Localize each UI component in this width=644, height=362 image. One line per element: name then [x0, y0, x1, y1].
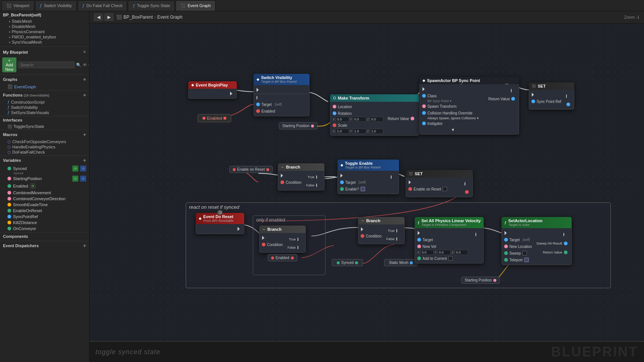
enable-reset-checkbox[interactable]	[443, 187, 447, 191]
teleport-checkbox[interactable]	[524, 258, 529, 262]
nav-back-button[interactable]: ◀	[94, 13, 103, 21]
node-header-set-middle: ⬛ SET	[406, 170, 473, 177]
node-set-actor-location[interactable]: ƒ SetActorLocation Target is Actor	[502, 217, 572, 265]
pin-switchvis-target: Target [self]	[254, 101, 309, 108]
expand-button[interactable]: ▼	[420, 127, 486, 133]
blueprint-watermark: BLUEPRINT	[551, 344, 638, 360]
node-event-do-reset[interactable]: ⬡ ◆ Event Do Reset From BPI Resetable	[196, 213, 244, 234]
node-starting-position2[interactable]: Starting Position	[461, 277, 500, 284]
node-switch-visibility[interactable]: ◆ Switch Visibility Target is BP Box Par…	[254, 74, 310, 116]
scale-y-field[interactable]	[353, 129, 366, 134]
node-header-branch-top: ↔ Branch	[278, 163, 324, 171]
rot-y-field[interactable]	[353, 117, 366, 122]
var-killzdistance[interactable]: KillZDistance	[0, 220, 89, 226]
sidebar-func-switchvis[interactable]: ƒSwitchVisibility	[0, 105, 89, 110]
tab-switch-visibility[interactable]: ƒ Switch Visibility	[35, 0, 77, 11]
exec-true-icon	[316, 175, 320, 179]
sidebar-item-fmod[interactable]: ▪FMOD_enabled_keybox	[6, 34, 89, 40]
node-toggle-enable[interactable]: ◆ Toggle Enable Target is BP Box Parent	[337, 160, 399, 194]
pin-spawn-transform: Spawn Transform	[420, 103, 486, 110]
section-variables[interactable]: Variables+	[0, 155, 89, 165]
node-enabled[interactable]: Enabled	[198, 114, 231, 122]
sidebar-item-staticmesh[interactable]: ▪StaticMesh	[6, 19, 89, 24]
sidebar-iface-togglesync[interactable]: ⬛ToggleSyncState	[0, 124, 89, 129]
scale-x-field[interactable]	[336, 129, 349, 134]
pin-return-value-spawn: Return Value	[486, 95, 518, 102]
pin-class: Class	[420, 92, 486, 99]
vel-x-field[interactable]	[420, 250, 434, 255]
node-enable-on-reset[interactable]: Enable on Reset	[229, 166, 273, 173]
tab-toggle-sync[interactable]: ƒ Toggle Sync State	[128, 0, 175, 11]
section-interfaces[interactable]: Interfaces	[0, 116, 89, 124]
node-body-beginplay	[188, 89, 237, 99]
sidebar-item-eventgraph[interactable]: ⬛EventGraph	[0, 84, 89, 89]
pin-teleport: Teleport	[502, 256, 534, 263]
node-enabled2[interactable]: Enabled	[268, 254, 297, 261]
pin-doreset-exec-out	[196, 226, 244, 232]
sidebar-item-disablemesh[interactable]: ▪DisableMesh	[6, 24, 89, 29]
rot-x-field[interactable]	[336, 117, 349, 122]
node-static-mesh[interactable]: Static Mesh	[384, 259, 418, 266]
section-components[interactable]: Components	[0, 232, 89, 240]
sidebar-item-syncvisualmesh[interactable]: ▪SyncVisualMesh	[6, 40, 89, 45]
eye-icon[interactable]: 👁	[83, 63, 87, 67]
add-new-button[interactable]: + Add New	[2, 57, 16, 72]
sidebar-func-setsync[interactable]: ƒSetSyncStateVisuals	[0, 110, 89, 115]
sidebar-func-construction[interactable]: ƒConstructionScript	[0, 100, 89, 105]
sidebar-macro-dofatal[interactable]: ⬡DoFatalFallCheck	[0, 149, 89, 155]
var-startingposition[interactable]: StartingPosition ⟳ ⟳	[0, 175, 89, 182]
exec-out-icon	[230, 92, 234, 95]
var-combinedconveyor[interactable]: CombinedConveyorDirection	[0, 196, 89, 202]
section-graphs[interactable]: Graphs+	[0, 75, 89, 84]
node-set-top[interactable]: ⬛ SET Sync Point Ref	[529, 82, 574, 110]
node-branch-bottom-left[interactable]: ↔ Branch Condition	[259, 226, 306, 253]
section-functions[interactable]: Functions (19 Overridable)+	[0, 90, 89, 100]
section-event-dispatchers[interactable]: Event Dispatchers+	[0, 241, 89, 250]
var-combinedmovement[interactable]: CombinedMovement	[0, 190, 89, 196]
close-my-blueprint[interactable]: ✕	[83, 50, 86, 54]
search-input[interactable]	[18, 62, 75, 68]
pin-new-vel: New Vel	[415, 243, 473, 250]
blueprint-canvas[interactable]: ◆ Event BeginPlay Enabled	[89, 23, 644, 341]
node-synced[interactable]: Synced	[332, 259, 363, 266]
node-event-beginplay[interactable]: ◆ Event BeginPlay	[188, 81, 237, 99]
canvas-nav: ◀ ▶	[94, 13, 113, 21]
node-set-physics[interactable]: ƒ Set All Physics Linear Velocity Target…	[415, 217, 484, 264]
sidebar-macro-check[interactable]: ⬡CheckForOppositeConveyors	[0, 139, 89, 144]
var-enabled[interactable]: Enabled ⟳	[0, 182, 89, 190]
node-set-middle[interactable]: ⬛ SET Enable on Reset	[406, 170, 473, 197]
section-macros[interactable]: Macros+	[0, 130, 89, 139]
tab-do-fatal-fall[interactable]: ƒ Do Fatal Fall Check	[78, 0, 128, 11]
node-spawn-actor[interactable]: ◆ SpawnActor BP Sync Point	[420, 77, 519, 135]
actor-target-pin	[504, 238, 508, 242]
node-branch-top[interactable]: ↔ Branch Condition	[278, 163, 324, 191]
rot-z-field[interactable]	[370, 117, 383, 122]
search-icon[interactable]: 🔍	[76, 63, 81, 67]
tab-event-graph[interactable]: ⬛ Event Graph	[176, 0, 216, 11]
pin-switchvis-enabled: Enabled	[254, 108, 309, 114]
add-current-checkbox[interactable]	[448, 256, 453, 261]
node-branch-bottom-mid[interactable]: ↔ Branch Condition	[358, 217, 405, 244]
sweep-checkbox[interactable]	[522, 251, 527, 255]
exec-out-icon	[238, 227, 241, 231]
var-synced[interactable]: Synced ⟳ ⟳	[0, 165, 89, 172]
pin-spawn-exec-out	[486, 87, 518, 94]
node-make-transform[interactable]: ⬡ Make Transform Location	[330, 94, 419, 136]
vel-z-field[interactable]	[455, 250, 468, 255]
zoom-label: Zoom -1	[624, 15, 640, 19]
exec-out-icon	[465, 182, 468, 186]
tab-viewport[interactable]: ⬛ Viewport	[1, 0, 34, 11]
node-starting-position[interactable]: Starting Position	[279, 122, 317, 129]
var-smoothevade[interactable]: SmoothEvadeTime	[0, 202, 89, 208]
enable-checkbox[interactable]	[361, 187, 365, 191]
var-onconveyor[interactable]: OnConveyor	[0, 226, 89, 232]
scale-z-field[interactable]	[370, 129, 383, 134]
var-enableonreset[interactable]: EnableOnReset	[0, 208, 89, 214]
vel-y-field[interactable]	[437, 250, 451, 255]
sidebar-item-physicsconstraint[interactable]: ▪PhysicsConstraint	[6, 29, 89, 34]
nav-forward-button[interactable]: ▶	[104, 13, 113, 21]
exec-in-icon	[532, 93, 535, 97]
node-header-branch3: ↔ Branch	[358, 217, 405, 224]
var-syncpointref[interactable]: SyncPointRef	[0, 214, 89, 220]
sidebar-macro-handle[interactable]: ⬡HandleEnablingPhysics	[0, 144, 89, 149]
